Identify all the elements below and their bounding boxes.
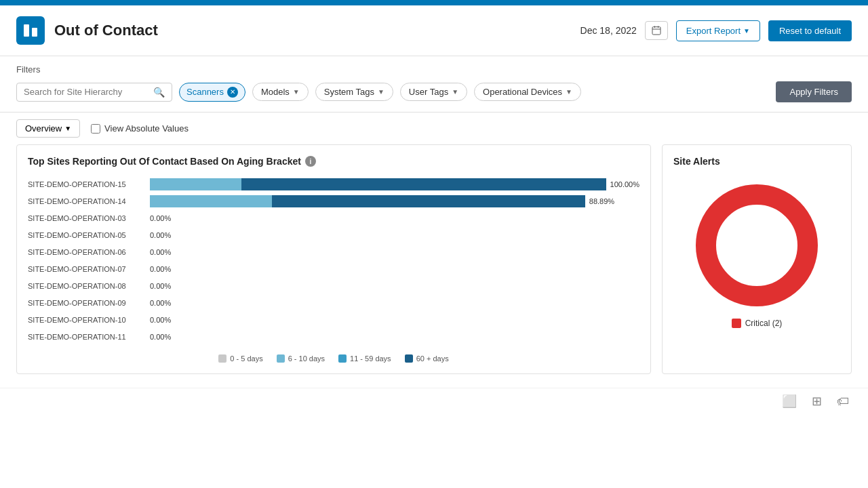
bar-chart-section: Top Sites Reporting Out Of Contact Based…	[16, 144, 651, 374]
search-input[interactable]	[24, 87, 153, 97]
bar-container: 0.00%	[150, 229, 639, 241]
filters-section: Filters 🔍 Scanners ✕ Models ▼ System Tag…	[0, 56, 868, 113]
bar-label: SITE-DEMO-OPERATION-03	[28, 214, 150, 222]
bar-pct: 0.00%	[150, 316, 171, 324]
filter-row: 🔍 Scanners ✕ Models ▼ System Tags ▼ User…	[16, 81, 852, 102]
bar-container: 0.00%	[150, 331, 639, 343]
absolute-values-checkbox[interactable]	[91, 124, 100, 134]
chip-operational-devices-label: Operational Devices	[483, 87, 562, 97]
chart-legend: 0 - 5 days 6 - 10 days 11 - 59 days 60 +…	[28, 354, 639, 363]
chevron-down-icon: ▼	[64, 125, 71, 132]
bar-container: 0.00%	[150, 280, 639, 292]
bar-pct: 0.00%	[150, 265, 171, 273]
legend-label-60plus: 60 + days	[416, 354, 449, 363]
site-alerts-panel: Site Alerts Critical (2)	[662, 144, 852, 374]
bar-container: 88.89%	[150, 195, 639, 207]
legend-item-11-59: 11 - 59 days	[338, 354, 391, 363]
bar-label: SITE-DEMO-OPERATION-11	[28, 333, 150, 341]
calendar-button[interactable]	[645, 21, 668, 40]
chip-user-tags-label: User Tags	[409, 87, 448, 97]
tag-icon: 🏷	[837, 394, 849, 408]
chip-models-label: Models	[261, 87, 290, 97]
svg-rect-6	[34, 33, 35, 34]
apply-filters-button[interactable]: Apply Filters	[776, 81, 852, 102]
reset-button[interactable]: Reset to default	[768, 20, 852, 41]
header-right: Dec 18, 2022 Export Report ▼ Reset to de…	[580, 20, 852, 41]
bar-label: SITE-DEMO-OPERATION-05	[28, 231, 150, 239]
donut-legend-box	[732, 319, 741, 328]
bar-pct: 100.00%	[610, 180, 639, 188]
donut-legend-text: Critical (2)	[745, 319, 783, 328]
grid-icon: ⊞	[812, 394, 822, 408]
chip-models[interactable]: Models ▼	[252, 83, 309, 101]
bar-label: SITE-DEMO-OPERATION-14	[28, 197, 150, 205]
donut-legend: Critical (2)	[732, 319, 783, 328]
chevron-down-icon: ▼	[743, 27, 750, 35]
svg-rect-3	[26, 29, 27, 30]
table-row: SITE-DEMO-OPERATION-11 0.00%	[28, 330, 639, 344]
chevron-down-icon: ▼	[378, 88, 384, 96]
chart-title: Top Sites Reporting Out Of Contact Based…	[28, 156, 639, 167]
grid-button[interactable]: ⊞	[809, 391, 825, 411]
svg-rect-2	[26, 26, 27, 28]
bar-pct: 0.00%	[150, 299, 171, 307]
chip-close-icon[interactable]: ✕	[227, 87, 238, 98]
chart-title-text: Top Sites Reporting Out Of Contact Based…	[28, 156, 301, 167]
bar-pct: 0.00%	[150, 214, 171, 222]
legend-label-6-10: 6 - 10 days	[288, 354, 325, 363]
bar-container: 0.00%	[150, 297, 639, 309]
site-alerts-title: Site Alerts	[673, 156, 720, 167]
legend-box-11-59	[338, 354, 347, 363]
chevron-down-icon: ▼	[452, 88, 458, 96]
chip-operational-devices[interactable]: Operational Devices ▼	[474, 83, 581, 101]
bar-label: SITE-DEMO-OPERATION-09	[28, 299, 150, 307]
bar-label: SITE-DEMO-OPERATION-07	[28, 265, 150, 273]
search-icon: 🔍	[153, 87, 165, 98]
legend-item-0-5: 0 - 5 days	[218, 354, 262, 363]
bar-chart: SITE-DEMO-OPERATION-15 100.00% SITE-DEMO…	[28, 178, 639, 344]
bar-pct: 0.00%	[150, 282, 171, 290]
svg-rect-7	[652, 27, 660, 35]
header: Out of Contact Dec 18, 2022 Export Repor…	[0, 5, 868, 56]
bar-label: SITE-DEMO-OPERATION-06	[28, 248, 150, 256]
bar-fill	[150, 178, 606, 190]
svg-rect-4	[26, 32, 27, 33]
date-display: Dec 18, 2022	[580, 25, 637, 36]
table-row: SITE-DEMO-OPERATION-08 0.00%	[28, 279, 639, 293]
bar-container: 0.00%	[150, 314, 639, 326]
bar-container: 100.00%	[150, 178, 639, 190]
legend-label-11-59: 11 - 59 days	[350, 354, 391, 363]
tag-button[interactable]: 🏷	[834, 391, 852, 411]
donut-container: Critical (2)	[673, 172, 840, 328]
monitor-button[interactable]: ⬜	[779, 391, 800, 411]
overview-button[interactable]: Overview ▼	[16, 119, 80, 138]
bar-label: SITE-DEMO-OPERATION-15	[28, 180, 150, 188]
bar-label: SITE-DEMO-OPERATION-10	[28, 316, 150, 324]
bar-fill	[150, 195, 585, 207]
chip-system-tags[interactable]: System Tags ▼	[315, 83, 393, 101]
absolute-values-label[interactable]: View Absolute Values	[91, 123, 189, 134]
svg-rect-1	[32, 28, 37, 37]
bar-pct: 0.00%	[150, 248, 171, 256]
bar-pct: 0.00%	[150, 231, 171, 239]
legend-item-6-10: 6 - 10 days	[277, 354, 325, 363]
absolute-values-text: View Absolute Values	[104, 123, 189, 134]
monitor-icon: ⬜	[782, 394, 797, 408]
header-left: Out of Contact	[16, 16, 158, 45]
bar-pct: 88.89%	[589, 197, 614, 205]
bar-label: SITE-DEMO-OPERATION-08	[28, 282, 150, 290]
main-content: Top Sites Reporting Out Of Contact Based…	[0, 144, 868, 385]
chip-scanners-label: Scanners	[186, 87, 224, 97]
legend-box-6-10	[277, 354, 285, 363]
calendar-icon	[651, 25, 662, 36]
svg-rect-5	[34, 30, 35, 31]
chip-scanners[interactable]: Scanners ✕	[179, 83, 245, 102]
app-icon	[16, 16, 45, 45]
donut-chart	[689, 178, 825, 313]
info-icon: i	[305, 156, 316, 167]
table-row: SITE-DEMO-OPERATION-09 0.00%	[28, 296, 639, 310]
table-row: SITE-DEMO-OPERATION-06 0.00%	[28, 245, 639, 259]
chip-user-tags[interactable]: User Tags ▼	[400, 83, 467, 101]
export-button[interactable]: Export Report ▼	[676, 20, 760, 41]
bar-pct: 0.00%	[150, 333, 171, 341]
